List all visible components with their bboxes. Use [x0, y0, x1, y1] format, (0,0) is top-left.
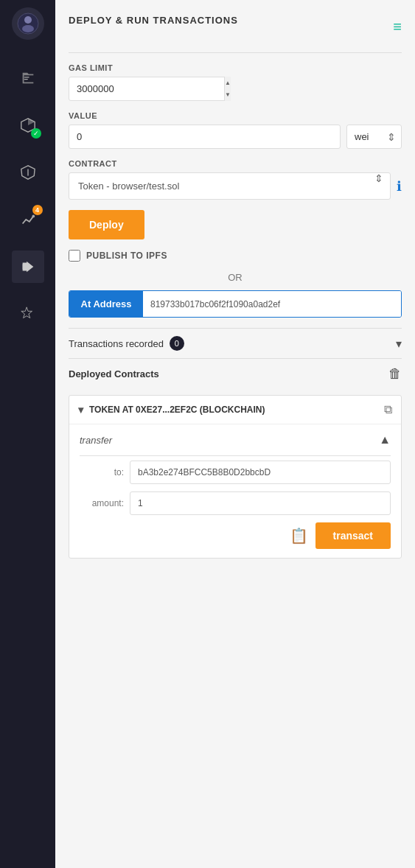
transfer-header: transfer ▲: [80, 433, 391, 447]
transactions-count-badge: 0: [170, 336, 184, 351]
clipboard-icon[interactable]: 📋: [290, 527, 308, 545]
transactions-chevron-down: ▾: [396, 337, 402, 351]
panel-icon: ≡: [393, 18, 402, 35]
transactions-label: Transactions recorded: [69, 338, 164, 349]
contract-instance-block: ▾ TOKEN AT 0XE27...2EF2C (BLOCKCHAIN) ⧉ …: [69, 395, 402, 559]
sidebar-item-analytics[interactable]: 4: [12, 203, 44, 236]
svg-rect-3: [24, 77, 29, 77]
gas-limit-label: GAS LIMIT: [69, 63, 402, 72]
transfer-amount-row: amount:: [80, 491, 391, 515]
contract-copy-icon[interactable]: ⧉: [384, 403, 392, 416]
or-divider: OR: [69, 272, 402, 283]
gas-limit-input[interactable]: [69, 77, 231, 101]
sidebar-item-files[interactable]: [12, 62, 44, 94]
contract-instance-header[interactable]: ▾ TOKEN AT 0XE27...2EF2C (BLOCKCHAIN) ⧉: [69, 396, 401, 424]
value-amount-input[interactable]: [69, 125, 341, 149]
sidebar: ✓ 4: [0, 0, 55, 868]
page-title: DEPLOY & RUN TRANSACTIONS: [69, 15, 238, 26]
gas-limit-spinners: ▲ ▼: [224, 77, 231, 101]
contract-select-wrap: Token - browser/test.sol ⇕: [69, 172, 391, 200]
contract-label: CONTRACT: [69, 159, 402, 168]
sidebar-logo[interactable]: [12, 7, 44, 40]
deployed-contracts-trash-icon[interactable]: 🗑: [388, 366, 402, 382]
value-row: wei gwei finney ether ⇕: [69, 125, 402, 149]
sidebar-item-deploy[interactable]: [12, 251, 44, 283]
contract-info-icon[interactable]: ℹ: [397, 178, 402, 195]
svg-point-1: [24, 16, 32, 24]
transact-row: 📋 transact: [80, 522, 391, 549]
sidebar-item-git[interactable]: [12, 156, 44, 189]
value-unit-select[interactable]: wei gwei finney ether: [346, 125, 402, 149]
sidebar-item-compiler[interactable]: ✓: [12, 109, 44, 141]
transfer-chevron-up[interactable]: ▲: [379, 433, 391, 447]
at-address-input[interactable]: [143, 291, 401, 317]
at-address-button[interactable]: At Address: [69, 291, 143, 317]
svg-rect-4: [24, 79, 28, 80]
gas-limit-input-wrap: ▲ ▼: [69, 77, 231, 101]
at-address-row: At Address: [69, 290, 402, 318]
contract-row: Token - browser/test.sol ⇕ ℹ: [69, 172, 402, 200]
contract-chevron-right: ▾: [78, 404, 83, 416]
transfer-label: transfer: [80, 435, 112, 446]
transfer-divider: [80, 455, 391, 456]
transfer-amount-label: amount:: [80, 498, 124, 508]
value-label: VALUE: [69, 111, 402, 120]
deployed-contracts-row: Deployed Contracts 🗑: [69, 358, 402, 389]
green-check-badge: ✓: [31, 128, 41, 139]
contract-instance-label: TOKEN AT 0XE27...2EF2C (BLOCKCHAIN): [89, 405, 265, 415]
contract-header-left: ▾ TOKEN AT 0XE27...2EF2C (BLOCKCHAIN): [78, 404, 265, 416]
transfer-amount-input[interactable]: [130, 491, 391, 515]
transfer-to-label: to:: [80, 467, 124, 477]
gas-limit-down[interactable]: ▼: [225, 89, 231, 102]
transfer-section: transfer ▲ to: amount: 📋 transact: [69, 424, 401, 558]
transfer-to-row: to:: [80, 461, 391, 484]
value-unit-wrap: wei gwei finney ether ⇕: [346, 125, 402, 149]
deployed-contracts-label: Deployed Contracts: [69, 368, 159, 379]
svg-marker-6: [28, 119, 35, 125]
contract-select[interactable]: Token - browser/test.sol: [69, 172, 391, 200]
analytics-badge: 4: [32, 205, 43, 215]
svg-point-2: [22, 25, 34, 32]
transactions-left: Transactions recorded 0: [69, 336, 184, 351]
svg-rect-9: [22, 264, 24, 269]
main-panel: DEPLOY & RUN TRANSACTIONS ≡ GAS LIMIT ▲ …: [55, 0, 415, 868]
gas-limit-up[interactable]: ▲: [225, 77, 231, 89]
svg-point-8: [32, 215, 35, 218]
transact-button[interactable]: transact: [315, 522, 391, 549]
deploy-button[interactable]: Deploy: [69, 210, 144, 239]
publish-ipfs-checkbox[interactable]: [69, 250, 80, 262]
sidebar-item-plugin[interactable]: [12, 298, 44, 330]
transfer-to-input[interactable]: [130, 461, 391, 484]
transactions-recorded-row[interactable]: Transactions recorded 0 ▾: [69, 328, 402, 358]
publish-ipfs-row: PUBLISH TO IPFS: [69, 250, 402, 262]
publish-ipfs-label: PUBLISH TO IPFS: [86, 251, 167, 261]
